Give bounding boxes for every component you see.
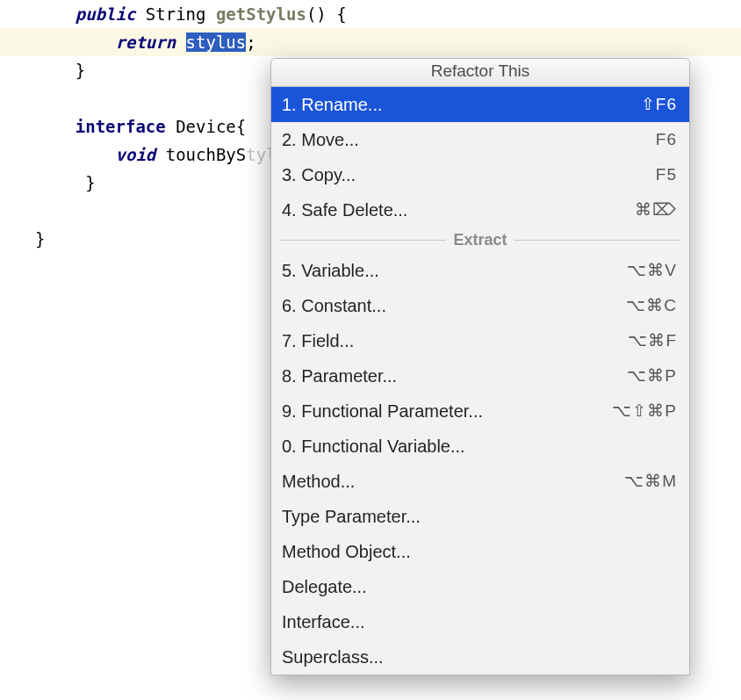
menu-item-parameter[interactable]: 8. Parameter... ⌥⌘P [271, 358, 689, 393]
menu-item-variable[interactable]: 5. Variable... ⌥⌘V [271, 253, 689, 288]
menu-shortcut: ⌥⌘C [626, 293, 677, 318]
menu-label: Delegate... [282, 574, 677, 599]
menu-shortcut: ⌥⌘P [627, 364, 677, 388]
menu-shortcut: ⇧F6 [641, 92, 677, 117]
separator-line-left [280, 240, 446, 241]
separator-extract: Extract [271, 227, 689, 253]
menu-label: 7. Field... [282, 328, 628, 353]
menu-item-constant[interactable]: 6. Constant... ⌥⌘C [271, 288, 689, 323]
menu-label: 6. Constant... [282, 293, 626, 318]
menu-label: Method... [282, 469, 624, 494]
menu-item-delegate[interactable]: Delegate... [271, 569, 689, 604]
keyword-void: void [116, 145, 156, 164]
menu-item-interface[interactable]: Interface... [271, 604, 689, 639]
menu-item-field[interactable]: 7. Field... ⌥⌘F [271, 323, 689, 358]
method-name: getStylus [216, 4, 306, 24]
menu-shortcut: F6 [656, 127, 677, 152]
menu-shortcut: ⌥⌘F [628, 328, 677, 353]
popup-body: 1. Rename... ⇧F6 2. Move... F6 3. Copy..… [271, 87, 689, 675]
menu-item-superclass[interactable]: Superclass... [271, 639, 689, 675]
popup-title: Refactor This [271, 59, 689, 87]
separator-line-right [514, 240, 680, 241]
menu-item-copy[interactable]: 3. Copy... F5 [271, 157, 689, 192]
menu-label: 4. Safe Delete... [282, 198, 635, 222]
menu-label: 9. Functional Parameter... [282, 399, 612, 423]
menu-item-rename[interactable]: 1. Rename... ⇧F6 [271, 87, 689, 122]
menu-shortcut: ⌥⌘M [624, 469, 677, 494]
menu-item-safe-delete[interactable]: 4. Safe Delete... ⌘⌦ [271, 192, 689, 227]
menu-shortcut: F5 [656, 162, 677, 187]
menu-label: 1. Rename... [282, 92, 641, 117]
menu-label: Method Object... [282, 539, 677, 564]
menu-label: 2. Move... [282, 127, 656, 152]
menu-item-move[interactable]: 2. Move... F6 [271, 122, 689, 157]
keyword-return: return [116, 32, 176, 52]
menu-label: 3. Copy... [282, 162, 656, 187]
menu-item-functional-variable[interactable]: 0. Functional Variable... [271, 429, 689, 464]
menu-shortcut: ⌘⌦ [635, 198, 677, 222]
menu-shortcut: ⌥⇧⌘P [612, 399, 677, 423]
menu-label: Superclass... [282, 645, 677, 669]
menu-label: 5. Variable... [282, 258, 627, 283]
menu-label: Type Parameter... [282, 504, 677, 529]
keyword-interface: interface [76, 117, 166, 136]
code-line-1: public String getStylus() { [0, 0, 741, 28]
menu-label: 8. Parameter... [282, 364, 627, 388]
refactor-popup: Refactor This 1. Rename... ⇧F6 2. Move..… [270, 58, 690, 675]
keyword-public: public [76, 4, 136, 24]
selected-identifier[interactable]: stylus [186, 32, 247, 52]
menu-shortcut: ⌥⌘V [627, 258, 677, 283]
menu-label: 0. Functional Variable... [282, 434, 677, 458]
separator-label: Extract [446, 231, 514, 249]
menu-item-method-object[interactable]: Method Object... [271, 534, 689, 569]
code-editor[interactable]: public String getStylus() { return stylu… [0, 0, 741, 700]
code-line-2-highlight: return stylus; [0, 28, 741, 56]
menu-item-method[interactable]: Method... ⌥⌘M [271, 464, 689, 499]
menu-item-functional-parameter[interactable]: 9. Functional Parameter... ⌥⇧⌘P [271, 393, 689, 429]
menu-label: Interface... [282, 610, 677, 634]
menu-item-type-parameter[interactable]: Type Parameter... [271, 499, 689, 534]
